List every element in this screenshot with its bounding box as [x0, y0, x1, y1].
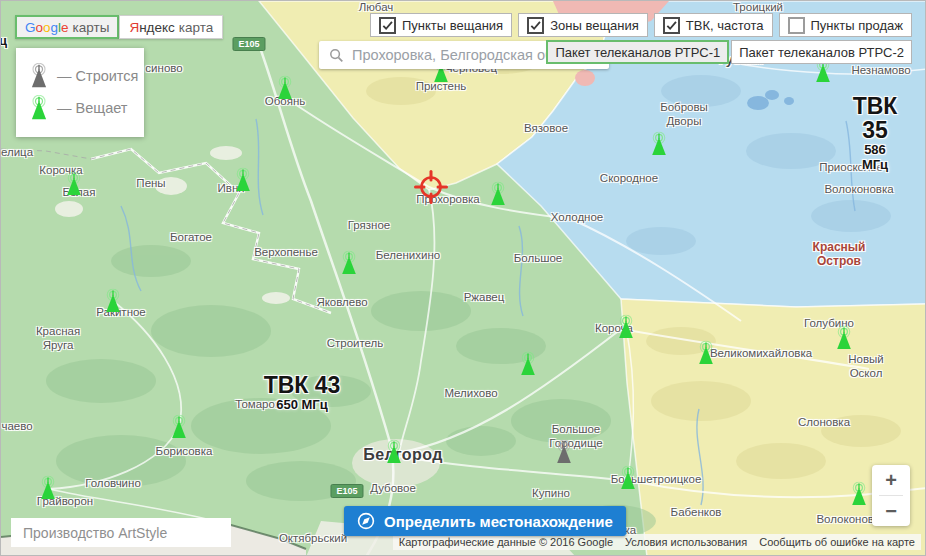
broadcast-tower-icon-active[interactable] [518, 352, 539, 376]
broadcast-tower-icon-active[interactable] [618, 466, 639, 490]
brand-letter: Я [129, 20, 139, 35]
checkbox-broadcast-points[interactable]: Пункты вещания [370, 13, 512, 37]
broadcast-tower-icon-active[interactable] [616, 315, 637, 339]
map-provider-tabs: GoogleкартыЯндекскарта [15, 15, 223, 39]
search-icon [329, 48, 344, 63]
broadcast-tower-icon-active[interactable] [488, 182, 509, 206]
broadcast-tower-icon-active[interactable] [649, 132, 670, 156]
broadcast-tower-icon-active[interactable] [696, 341, 717, 365]
broadcast-tower-icon-active[interactable] [38, 476, 59, 500]
report-error-link[interactable]: Сообщить об ошибке на карте [759, 536, 915, 548]
package-button-rtrs-1[interactable]: Пакет телеканалов РТРС-1 [546, 40, 729, 64]
tab-yandex-maps[interactable]: Яндекскарта [119, 15, 223, 39]
broadcast-tower-icon-active[interactable] [834, 326, 855, 350]
checkbox-tvk-frequency[interactable]: ТВК, частота [654, 13, 773, 37]
locate-me-button[interactable]: Определить местонахождение [344, 506, 626, 536]
tab-label: карты [73, 20, 110, 35]
broadcast-tower-icon-active[interactable] [169, 415, 190, 439]
checkbox-sales-points[interactable]: Пункты продаж [779, 13, 913, 37]
broadcast-tower-icon-active[interactable] [849, 482, 870, 506]
tower-broadcasting-icon [28, 95, 50, 120]
zoom-control: + − [872, 465, 910, 526]
legend-item-active: — Вещает [28, 95, 144, 120]
checkbox-checked-icon [379, 17, 396, 34]
brand-letter: o [36, 20, 44, 35]
broadcast-tower-icon-active[interactable] [275, 76, 296, 100]
brand-letter: ндекс [139, 20, 175, 35]
tower-under-construction-icon [28, 63, 50, 88]
zoom-in-button[interactable]: + [872, 465, 910, 495]
brand-letter: G [25, 20, 36, 35]
copyright-text: Картографические данные © 2016 Google [399, 536, 613, 548]
layer-toggles: Пункты вещанияЗоны вещанияТВК, частотаПу… [370, 13, 912, 37]
brand-letter: g [51, 20, 59, 35]
legend-item-building: — Строится [28, 63, 144, 88]
broadcast-tower-icon-building[interactable] [554, 440, 575, 464]
legend-item-label: — Строится [57, 68, 138, 84]
brand-letter: o [43, 20, 51, 35]
legend-item-label: — Вещает [57, 100, 127, 116]
locate-me-label: Определить местонахождение [384, 513, 613, 530]
checkbox-checked-icon [527, 17, 544, 34]
package-button-rtrs-2[interactable]: Пакет телеканалов РТРС-2 [731, 40, 912, 64]
checkbox-label: Зоны вещания [550, 18, 639, 33]
map-viewport: ЛюбачТроицкийсиновоОбояньЧерновецПристен… [0, 0, 926, 556]
brand-letter: e [61, 20, 69, 35]
broadcast-tower-icon-active[interactable] [233, 168, 254, 192]
legend-panel: — Строится— Вещает [16, 48, 144, 137]
compass-icon [357, 512, 375, 530]
checkbox-checked-icon [663, 17, 680, 34]
broadcast-tower-icon-active[interactable] [384, 440, 405, 464]
package-buttons: Пакет телеканалов РТРС-1Пакет телеканало… [546, 40, 912, 64]
terms-link[interactable]: Условия использования [625, 536, 747, 548]
broadcast-tower-icon-active[interactable] [64, 172, 85, 196]
producer-credit: Производство ArtStyle [11, 518, 231, 547]
tab-google-maps[interactable]: Googleкарты [15, 15, 119, 39]
zoom-out-button[interactable]: − [872, 496, 910, 526]
target-crosshair-icon [412, 168, 450, 206]
checkbox-label: Пункты вещания [402, 18, 503, 33]
map-attribution: Картографические данные © 2016 Google Ус… [393, 534, 921, 550]
broadcast-tower-icon-active[interactable] [103, 289, 124, 313]
checkbox-label: Пункты продаж [811, 18, 904, 33]
tab-label: карта [179, 20, 213, 35]
checkbox-unchecked-icon [788, 17, 805, 34]
checkbox-coverage-zones[interactable]: Зоны вещания [518, 13, 648, 37]
broadcast-tower-icon-active[interactable] [339, 251, 360, 275]
checkbox-label: ТВК, частота [686, 18, 764, 33]
